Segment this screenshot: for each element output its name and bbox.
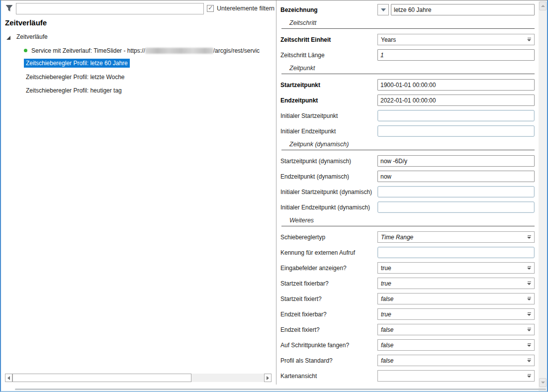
endzeit-fixierbar-value: true [381, 311, 391, 318]
tree-panel: Unterelemente filtern Zeitverläufe Zeitv… [1, 0, 275, 385]
initialer-startzeitpunkt-dynamisch-label: Initialer Startzeitpunkt (dynamisch) [280, 189, 377, 196]
chevron-down-icon [527, 374, 532, 378]
arrow-down-icon [541, 382, 545, 384]
scroll-left-button[interactable] [5, 374, 12, 382]
endzeit-fixiert-value: false [381, 326, 393, 333]
initialer-endzeitpunkt-dynamisch-label: Initialer Endzeitpunkt (dynamisch) [280, 204, 377, 211]
initialer-startzeitpunkt-dynamisch-input[interactable] [377, 186, 535, 197]
service-url-suffix: /arcgis/rest/servic [213, 47, 260, 54]
chevron-down-icon [527, 328, 532, 331]
initialer-endzeitpunkt-input[interactable] [377, 125, 535, 137]
row-startzeitpunkt: Startzeitpunkt [280, 79, 535, 91]
profil-als-standard-select[interactable]: false [377, 355, 535, 366]
endzeit-fixierbar-select[interactable]: true [377, 308, 535, 320]
redacted-host-blur [145, 48, 213, 54]
startzeit-fixiert-label: Startzeit fixiert? [280, 295, 377, 302]
initialer-endzeitpunkt-dynamisch-input[interactable] [377, 201, 535, 213]
row-zeitschritt-laenge: Zeitschritt Länge [280, 49, 535, 61]
row-initialer-startzeitpunkt: Initialer Startzeitpunkt [280, 110, 535, 121]
startzeit-fixiert-select[interactable]: false [377, 293, 535, 304]
startzeit-fixiert-value: false [381, 295, 393, 302]
kennung-externer-aufruf-input[interactable] [377, 247, 535, 258]
row-zeitschritt-einheit: Zeitschritt Einheit Years [280, 34, 535, 45]
chevron-down-icon [527, 235, 532, 239]
subelements-filter-label: Unterelemente filtern [217, 5, 274, 12]
startzeit-fixierbar-value: true [381, 280, 391, 287]
filter-input[interactable] [16, 3, 204, 14]
endzeitpunkt-label: Endzeitpunkt [280, 97, 377, 104]
initialer-endzeitpunkt-label: Initialer Endzeitpunkt [280, 128, 377, 135]
bezeichnung-label: Bezeichnung [280, 6, 377, 13]
startzeit-fixierbar-select[interactable]: true [377, 278, 535, 289]
service-url-prefix: Service mit Zeitverlauf: TimeSlider - ht… [31, 47, 145, 54]
arrow-up-icon [541, 5, 545, 7]
tree-item-service[interactable]: Service mit Zeitverlauf: TimeSlider - ht… [31, 47, 260, 54]
row-startzeit-fixiert: Startzeit fixiert? false [280, 293, 535, 304]
row-profil-als-standard: Profil als Standard? false [280, 355, 535, 366]
tree-item-profile-letze-60-jahre[interactable]: Zeitschieberegler Profil: letze 60 Jahre [24, 59, 130, 68]
row-kennung-externer-aufruf: Kennung für externen Aufruf [280, 247, 535, 258]
initialer-startzeitpunkt-input[interactable] [377, 110, 535, 121]
subelements-filter-checkbox[interactable] [207, 5, 214, 12]
tree-expander-icon[interactable] [6, 36, 10, 40]
scroll-right-button[interactable] [264, 374, 272, 382]
auf-schrittpunkte-fangen-label: Auf Schrittpunkte fangen? [280, 342, 377, 349]
chevron-down-icon [527, 359, 532, 362]
scroll-down-button[interactable] [539, 378, 547, 387]
row-endzeit-fixierbar: Endzeit fixierbar? true [280, 308, 535, 320]
horizontal-scrollbar[interactable] [5, 374, 272, 382]
arrow-right-icon [267, 376, 269, 380]
scroll-up-button[interactable] [539, 1, 547, 10]
filter-icon [5, 4, 13, 12]
row-eingabefelder-anzeigen: Eingabefelder anzeigen? true [280, 262, 535, 274]
auf-schrittpunkte-fangen-select[interactable]: false [377, 339, 535, 351]
panel-title: Zeitverläufe [5, 18, 47, 27]
startzeit-fixierbar-label: Startzeit fixierbar? [280, 280, 377, 287]
endzeitpunkt-dynamisch-input[interactable] [377, 171, 535, 182]
section-header-weiteres: Weiteres [281, 217, 535, 226]
section-header-zeitschritt: Zeitschritt [281, 19, 535, 29]
zeitschritt-einheit-select[interactable]: Years [377, 34, 535, 45]
row-endzeitpunkt: Endzeitpunkt [280, 95, 535, 106]
kennung-externer-aufruf-label: Kennung für externen Aufruf [280, 249, 377, 256]
row-schiebereglertyp: Schiebereglertyp Time Range [280, 231, 535, 243]
initialer-startzeitpunkt-label: Initialer Startzeitpunkt [280, 112, 377, 119]
section-header-zeitpunk-dynamisch: Zeitpunk (dynamisch) [281, 141, 535, 150]
bezeichnung-input[interactable] [391, 4, 535, 15]
endzeit-fixiert-label: Endzeit fixiert? [280, 326, 377, 333]
tree-root-item[interactable]: Zeitverläufe [16, 33, 48, 40]
startzeitpunkt-dynamisch-input[interactable] [377, 155, 535, 167]
kartenansicht-select[interactable] [377, 370, 535, 382]
zeitschritt-laenge-input[interactable] [377, 49, 535, 61]
vertical-scrollbar[interactable] [539, 1, 547, 391]
properties-panel: Bezeichnung Zeitschritt Zeitschritt Einh… [280, 0, 535, 389]
endzeitpunkt-dynamisch-label: Endzeitpunkt (dynamisch) [280, 173, 377, 180]
endzeit-fixiert-select[interactable]: false [377, 324, 535, 335]
schiebereglertyp-value: Time Range [381, 234, 413, 241]
startzeitpunkt-label: Startzeitpunkt [280, 82, 377, 89]
tree-item-profile-letzte-woche[interactable]: Zeitschieberegler Profil: letzte Woche [24, 73, 127, 82]
profil-als-standard-value: false [381, 357, 393, 364]
horizontal-scrollbar-thumb[interactable] [12, 374, 191, 382]
schiebereglertyp-select[interactable]: Time Range [377, 231, 535, 243]
chevron-down-icon [527, 343, 532, 347]
row-startzeit-fixierbar: Startzeit fixierbar? true [280, 278, 535, 289]
section-header-zeitpunkt: Zeitpunkt [281, 65, 535, 74]
chevron-down-icon [381, 8, 386, 11]
startzeitpunkt-input[interactable] [377, 79, 535, 91]
chevron-down-icon [527, 266, 532, 270]
row-endzeitpunkt-dynamisch: Endzeitpunkt (dynamisch) [280, 171, 535, 182]
panel-divider [276, 0, 276, 385]
startzeitpunkt-dynamisch-label: Startzeitpunkt (dynamisch) [280, 158, 377, 165]
application-window: Unterelemente filtern Zeitverläufe Zeitv… [0, 0, 548, 392]
eingabefelder-anzeigen-select[interactable]: true [377, 262, 535, 274]
chevron-down-icon [527, 297, 532, 300]
schiebereglertyp-label: Schiebereglertyp [280, 234, 377, 241]
row-initialer-endzeitpunkt-dynamisch: Initialer Endzeitpunkt (dynamisch) [280, 201, 535, 213]
zeitschritt-einheit-value: Years [381, 36, 396, 43]
tree-item-profile-heutiger-tag[interactable]: Zeitschieberegler Profil: heutiger tag [24, 86, 124, 95]
chevron-down-icon [527, 312, 532, 316]
service-status-icon [24, 49, 27, 52]
bezeichnung-dropdown-button[interactable] [377, 4, 389, 15]
endzeitpunkt-input[interactable] [377, 95, 535, 106]
